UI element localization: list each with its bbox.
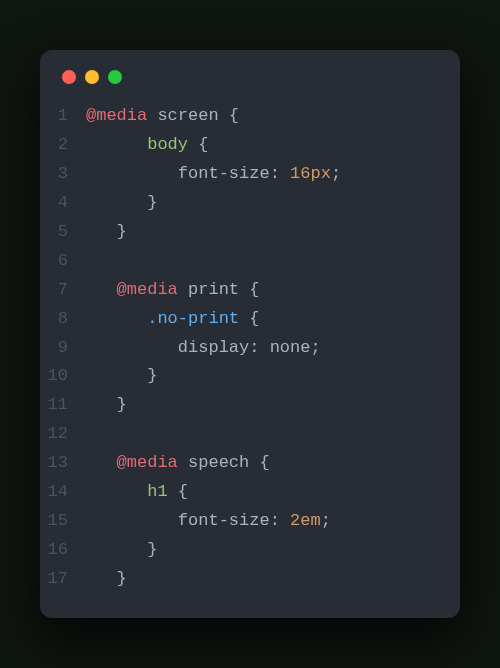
code-line: 4 } xyxy=(40,189,460,218)
line-number: 7 xyxy=(40,276,86,305)
code-line: 15 font-size: 2em; xyxy=(40,507,460,536)
line-number: 10 xyxy=(40,362,86,391)
line-number: 4 xyxy=(40,189,86,218)
line-number: 1 xyxy=(40,102,86,131)
code-content: font-size: 2em; xyxy=(86,507,331,536)
line-number: 16 xyxy=(40,536,86,565)
code-line: 12 xyxy=(40,420,460,449)
line-number: 8 xyxy=(40,305,86,334)
line-number: 17 xyxy=(40,565,86,594)
titlebar xyxy=(40,50,460,96)
code-line: 14 h1 { xyxy=(40,478,460,507)
line-number: 12 xyxy=(40,420,86,449)
code-content: @media print { xyxy=(86,276,259,305)
code-line: 1@media screen { xyxy=(40,102,460,131)
maximize-icon[interactable] xyxy=(108,70,122,84)
line-number: 13 xyxy=(40,449,86,478)
code-content: } xyxy=(86,536,157,565)
line-number: 2 xyxy=(40,131,86,160)
code-line: 3 font-size: 16px; xyxy=(40,160,460,189)
code-line: 2 body { xyxy=(40,131,460,160)
code-content: } xyxy=(86,391,127,420)
code-line: 16 } xyxy=(40,536,460,565)
line-number: 5 xyxy=(40,218,86,247)
code-content: } xyxy=(86,565,127,594)
code-line: 5 } xyxy=(40,218,460,247)
code-line: 13 @media speech { xyxy=(40,449,460,478)
code-line: 11 } xyxy=(40,391,460,420)
code-line: 8 .no-print { xyxy=(40,305,460,334)
code-content: @media screen { xyxy=(86,102,239,131)
code-line: 10 } xyxy=(40,362,460,391)
code-content: h1 { xyxy=(86,478,188,507)
code-line: 9 display: none; xyxy=(40,334,460,363)
line-number: 9 xyxy=(40,334,86,363)
code-content: } xyxy=(86,189,157,218)
code-area[interactable]: 1@media screen {2 body {3 font-size: 16p… xyxy=(40,96,460,593)
line-number: 6 xyxy=(40,247,86,276)
close-icon[interactable] xyxy=(62,70,76,84)
code-line: 6 xyxy=(40,247,460,276)
line-number: 15 xyxy=(40,507,86,536)
code-content: display: none; xyxy=(86,334,321,363)
code-content: } xyxy=(86,362,157,391)
code-line: 7 @media print { xyxy=(40,276,460,305)
editor-window: 1@media screen {2 body {3 font-size: 16p… xyxy=(40,50,460,617)
code-content: body { xyxy=(86,131,208,160)
code-content: } xyxy=(86,218,127,247)
code-content: font-size: 16px; xyxy=(86,160,341,189)
minimize-icon[interactable] xyxy=(85,70,99,84)
line-number: 11 xyxy=(40,391,86,420)
line-number: 14 xyxy=(40,478,86,507)
code-content: @media speech { xyxy=(86,449,270,478)
code-line: 17 } xyxy=(40,565,460,594)
line-number: 3 xyxy=(40,160,86,189)
code-content: .no-print { xyxy=(86,305,259,334)
